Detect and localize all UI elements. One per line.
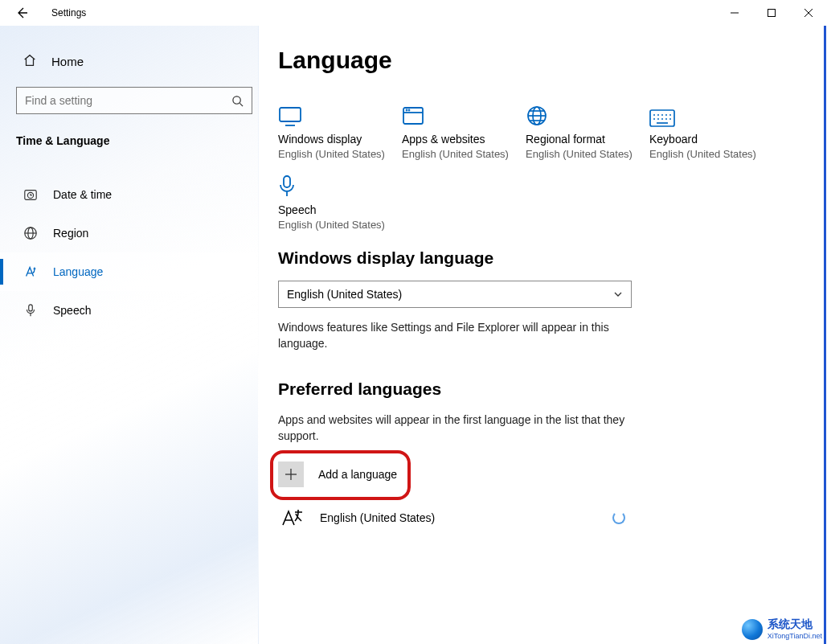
sidebar-item-label: Language (53, 265, 103, 278)
tile-sub: English (United States) (278, 148, 391, 162)
preferred-language-label: English (United States) (320, 511, 435, 524)
preferred-languages-heading: Preferred languages (278, 379, 804, 399)
watermark-globe-icon (742, 619, 763, 640)
scrollbar[interactable] (824, 26, 826, 644)
sidebar-nav: Date & time Region Language Speech (0, 175, 255, 330)
language-tiles: Windows display English (United States) … (278, 98, 804, 232)
search-input-wrap[interactable] (16, 87, 252, 114)
minimize-button[interactable] (716, 0, 753, 26)
display-language-heading: Windows display language (278, 248, 804, 268)
keyboard-icon (649, 98, 762, 127)
clock-icon (23, 187, 39, 202)
sidebar-item-label: Region (53, 227, 88, 240)
svg-rect-35 (284, 176, 290, 187)
tile-title: Regional format (526, 132, 638, 148)
display-language-dropdown[interactable]: English (United States) (278, 281, 632, 308)
page-title: Language (278, 47, 804, 74)
svg-rect-12 (280, 108, 301, 121)
sidebar-home[interactable]: Home (16, 42, 255, 80)
main-content: Language Windows display English (United… (259, 26, 827, 644)
chevron-down-icon (613, 289, 623, 299)
sidebar: Home Time & Language Date & time Region (0, 26, 259, 644)
a-letter-icon (23, 265, 39, 279)
tile-sub: English (United States) (526, 148, 638, 162)
tile-speech[interactable]: Speech English (United States) (278, 169, 391, 232)
sidebar-item-label: Speech (53, 304, 91, 317)
tile-sub: English (United States) (649, 148, 762, 162)
svg-line-5 (240, 103, 243, 106)
svg-point-16 (407, 110, 407, 111)
sidebar-home-label: Home (51, 55, 84, 68)
titlebar: Settings (0, 0, 827, 26)
watermark-line1: 系统天地 (768, 618, 822, 630)
sidebar-item-region[interactable]: Region (0, 214, 255, 252)
globe-icon (526, 98, 638, 127)
search-input[interactable] (25, 94, 231, 107)
close-button[interactable] (790, 0, 827, 26)
sidebar-item-speech[interactable]: Speech (0, 291, 255, 330)
svg-rect-23 (650, 110, 674, 126)
globe-icon (23, 226, 39, 240)
sidebar-item-label: Date & time (53, 188, 112, 201)
window-title: Settings (51, 7, 86, 18)
language-pack-icon (280, 505, 305, 531)
sidebar-item-date-time[interactable]: Date & time (0, 175, 255, 214)
tile-title: Speech (278, 203, 391, 219)
sidebar-item-language[interactable]: Language (0, 252, 255, 291)
caption-controls (716, 0, 827, 26)
tile-sub: English (United States) (402, 148, 514, 162)
back-button[interactable] (6, 0, 39, 26)
close-icon (804, 9, 813, 17)
tile-title: Apps & websites (402, 132, 514, 148)
maximize-button[interactable] (753, 0, 790, 26)
maximize-icon (768, 9, 776, 17)
microphone-icon (278, 169, 391, 198)
preferred-language-item[interactable]: English (United States) (278, 498, 632, 537)
tile-title: Windows display (278, 132, 391, 148)
minimize-icon (731, 9, 739, 17)
loading-spinner-icon (612, 511, 625, 524)
monitor-icon (278, 98, 391, 127)
svg-point-17 (409, 110, 410, 111)
dropdown-value: English (United States) (287, 288, 402, 301)
tile-apps-websites[interactable]: Apps & websites English (United States) (402, 98, 514, 161)
highlight-annotation (270, 450, 411, 500)
watermark: 系统天地 XiTongTianDi.net (742, 618, 822, 641)
svg-point-4 (233, 96, 240, 103)
display-language-note: Windows features like Settings and File … (278, 319, 632, 352)
svg-rect-11 (29, 305, 33, 311)
search-icon (231, 95, 244, 107)
arrow-left-icon (16, 6, 29, 19)
browser-icon (402, 98, 514, 127)
sidebar-category: Time & Language (16, 122, 255, 159)
microphone-icon (23, 303, 39, 318)
tile-sub: English (United States) (278, 219, 391, 232)
svg-rect-1 (768, 10, 776, 17)
tile-windows-display[interactable]: Windows display English (United States) (278, 98, 391, 161)
tile-regional-format[interactable]: Regional format English (United States) (526, 98, 638, 161)
preferred-languages-note: Apps and websites will appear in the fir… (278, 412, 632, 445)
watermark-line2: XiTongTianDi.net (768, 632, 822, 640)
tile-title: Keyboard (649, 132, 762, 148)
home-icon (23, 53, 37, 70)
tile-keyboard[interactable]: Keyboard English (United States) (649, 98, 762, 161)
